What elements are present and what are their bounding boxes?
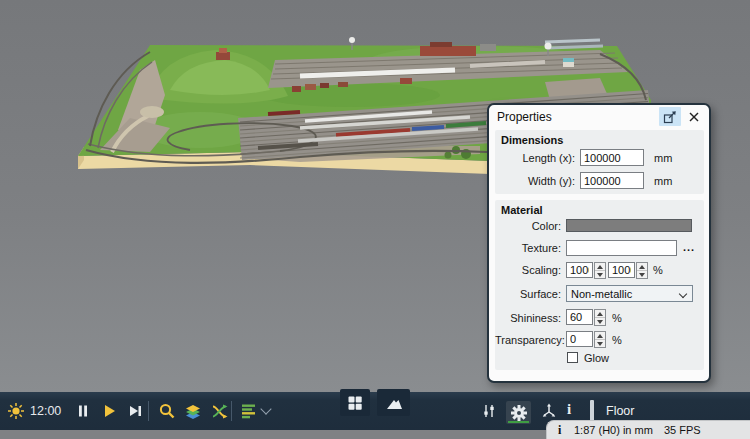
length-label: Length (x): [495,152,575,164]
toolbar-separator [231,401,232,421]
shininess-unit: % [612,312,622,324]
close-icon [688,111,700,123]
layers-button[interactable] [184,402,202,420]
layers-icon [184,402,202,420]
application-window: Properties Dimensions Length (x): mm Wid… [0,0,750,439]
transparency-input[interactable] [566,331,593,347]
switch-routes-button[interactable] [210,402,228,420]
chevron-down-icon [679,290,687,298]
toolbar-separator [148,401,149,421]
3d-axes-icon [540,402,558,420]
pause-icon [74,402,92,420]
shininess-label: Shininess: [495,312,561,324]
popout-button[interactable] [659,107,681,126]
scale-readout: 1:87 (H0) in mm [574,424,653,436]
popout-icon [663,110,677,124]
dimensions-heading: Dimensions [501,134,563,146]
texture-browse-button[interactable]: ... [683,241,695,253]
info-icon[interactable]: i [567,401,571,418]
axes-button[interactable] [540,402,558,420]
glow-checkbox[interactable] [567,352,578,363]
status-bar: i 1:87 (H0) in mm 35 FPS [546,420,750,439]
play-icon [100,402,118,420]
width-label: Width (y): [495,175,575,187]
track-levels-icon [240,402,258,420]
material-heading: Material [501,204,543,216]
transparency-label: Transparency: [495,334,561,346]
grip-separator [590,400,594,421]
terrain-button[interactable] [377,389,410,416]
gear-icon [510,404,528,422]
zoom-button[interactable] [158,402,176,420]
scaling-y-input[interactable] [608,262,635,278]
window-layout-button[interactable] [340,389,370,416]
faders-button[interactable] [480,402,498,420]
surface-label: Surface: [495,288,561,300]
skip-to-end-icon [126,402,144,420]
pause-button[interactable] [74,402,92,420]
surface-value: Non-metallic [571,288,632,300]
width-input[interactable] [580,172,644,189]
properties-panel: Properties Dimensions Length (x): mm Wid… [487,103,711,383]
glow-label: Glow [584,352,609,364]
track-levels-button[interactable] [240,402,258,420]
scaling-x-stepper[interactable] [594,262,606,279]
dimensions-group: Dimensions Length (x): mm Width (y): mm [495,130,704,194]
scaling-unit: % [653,264,663,276]
scaling-x-input[interactable] [566,262,593,278]
floor-selector-label[interactable]: Floor [606,404,634,418]
transparency-stepper[interactable] [594,331,606,348]
daylight-button[interactable] [7,402,25,420]
width-unit: mm [654,175,672,187]
color-label: Color: [495,220,561,232]
shininess-input[interactable] [566,309,593,325]
texture-input[interactable] [566,240,677,256]
surface-select[interactable]: Non-metallic [566,285,693,302]
close-button[interactable] [683,107,705,126]
fps-readout: 35 FPS [664,424,701,436]
magnifier-icon [158,402,176,420]
info-icon: i [558,423,561,438]
skip-to-end-button[interactable] [126,402,144,420]
window-grid-icon [346,394,364,412]
length-input[interactable] [580,149,644,166]
chevron-down-icon[interactable] [260,403,271,414]
vertical-faders-icon [480,402,498,420]
scaling-label: Scaling: [495,264,561,276]
crossed-arrows-icon [210,402,228,420]
scaling-y-stepper[interactable] [636,262,648,279]
sun-icon [7,402,25,420]
play-button[interactable] [100,402,118,420]
texture-label: Texture: [495,242,561,254]
shininess-stepper[interactable] [594,309,606,326]
length-unit: mm [654,152,672,164]
panel-title: Properties [497,110,552,124]
active-indicator [508,421,529,423]
material-group: Material Color: Texture: ... Scaling: % … [495,200,704,370]
mountain-icon [385,394,403,412]
settings-button[interactable] [506,401,531,424]
color-swatch[interactable] [566,219,692,232]
transparency-unit: % [612,334,622,346]
clock-time[interactable]: 12:00 [30,404,61,418]
